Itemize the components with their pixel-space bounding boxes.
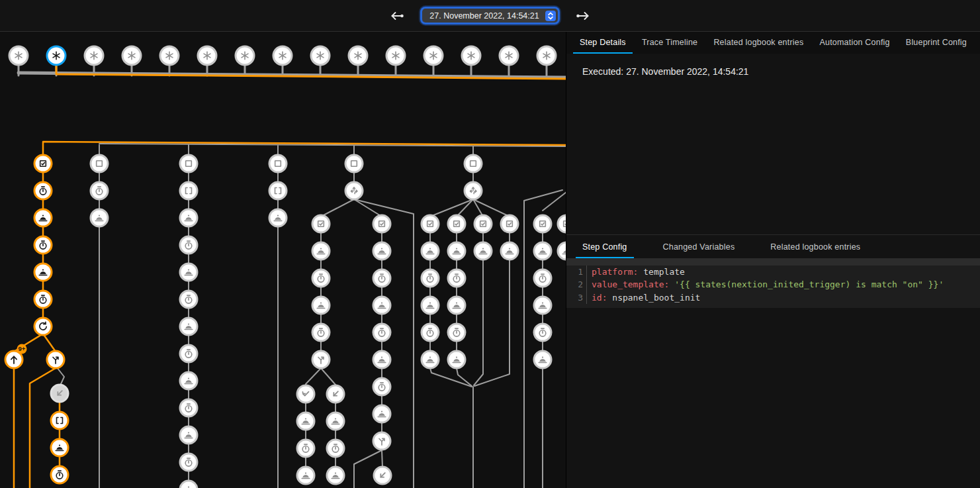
trace-graph-node-timer[interactable] — [373, 269, 390, 287]
trace-graph-node-brackets[interactable] — [180, 182, 197, 199]
trace-graph-node-timer[interactable] — [373, 324, 390, 341]
trace-graph-node-asterisk[interactable] — [9, 46, 28, 65]
trace-graph-node-service[interactable] — [534, 242, 551, 260]
trace-graph-node-arrow-decision[interactable] — [373, 432, 390, 450]
trace-graph-node-timer[interactable] — [34, 291, 52, 308]
trace-graph-node-service[interactable] — [34, 209, 52, 226]
trace-graph-node-checkbox-blank[interactable] — [465, 155, 482, 172]
trace-graph-node-timer[interactable] — [180, 236, 197, 254]
trace-graph-node-arrow-bottom-left[interactable] — [374, 467, 391, 484]
trace-graph-node-timer[interactable] — [448, 324, 465, 341]
trace-graph-node-service[interactable] — [297, 413, 314, 430]
trace-graph-node-timer[interactable] — [180, 454, 197, 471]
trace-graph-node-timer[interactable] — [373, 378, 390, 395]
trace-graph-node-checkbox-blank[interactable] — [345, 155, 363, 172]
trace-graph-node-service[interactable] — [474, 242, 492, 260]
trace-graph-node-asterisk[interactable] — [122, 46, 141, 65]
trace-graph-node-arrow-bottom-left[interactable] — [327, 385, 344, 403]
trace-graph-node-checkbox-marked[interactable] — [501, 215, 518, 232]
tab-related-logbook-entries[interactable]: Related logbook entries — [707, 32, 810, 54]
trace-graph-node-service[interactable] — [373, 242, 390, 260]
trace-graph-node-brackets[interactable] — [51, 412, 68, 429]
trace-graph-node-service[interactable] — [448, 351, 465, 368]
tab-automation-config[interactable]: Automation Config — [813, 32, 896, 54]
trace-graph-node-asterisk[interactable] — [424, 46, 443, 65]
trace-graph-node-checkbox-marked[interactable] — [474, 215, 492, 232]
trace-graph-node-checkbox-marked[interactable] — [312, 215, 330, 232]
trace-graph-node-timer[interactable] — [34, 182, 52, 199]
trace-graph-node-service[interactable] — [327, 467, 344, 484]
trace-graph-node-service[interactable] — [501, 242, 518, 260]
trace-graph-node-asterisk[interactable] — [537, 46, 556, 65]
trace-graph-node-choose[interactable] — [465, 182, 482, 199]
trace-graph-node-service[interactable] — [534, 297, 551, 314]
tab-blueprint-config[interactable]: Blueprint Config — [899, 32, 973, 54]
trace-graph-node-service[interactable] — [373, 351, 390, 368]
trace-graph-node-timer[interactable] — [312, 269, 330, 287]
trace-graph-node-asterisk[interactable] — [198, 46, 216, 65]
trace-graph-node-arrow-bottom-left[interactable] — [51, 385, 68, 402]
trace-graph-node-timer[interactable] — [297, 440, 314, 457]
trace-graph-node-timer[interactable] — [51, 466, 68, 483]
trace-graph-node-asterisk[interactable] — [462, 46, 480, 65]
trace-graph-node-service[interactable] — [373, 297, 390, 314]
trace-graph-node-service[interactable] — [269, 209, 287, 226]
trace-graph-node-timer[interactable] — [534, 269, 551, 287]
tab-step-config[interactable]: Step Config — [576, 236, 634, 258]
trace-graph-node-checkbox-marked[interactable] — [534, 215, 551, 232]
trace-graph-node-service[interactable] — [558, 242, 566, 260]
trace-graph-node-timer[interactable] — [180, 291, 197, 308]
trace-graph-node-checkbox-blank[interactable] — [91, 155, 108, 172]
trace-graph-node-checkbox-blank[interactable] — [180, 155, 197, 172]
tab-step-details[interactable]: Step Details — [573, 32, 633, 54]
trace-graph-node-arrow-decision[interactable] — [47, 351, 64, 368]
tab-trace-timeline[interactable]: Trace Timeline — [635, 32, 704, 54]
trace-graph-node-timer[interactable] — [534, 324, 551, 341]
trace-graph-node-timer[interactable] — [327, 440, 344, 457]
tab-changed-variables[interactable]: Changed Variables — [656, 236, 742, 258]
trace-graph-node-timer[interactable] — [34, 236, 52, 254]
previous-run-button[interactable] — [385, 8, 409, 24]
trace-graph-node-service[interactable] — [180, 318, 197, 335]
trace-graph-node-service[interactable] — [180, 481, 197, 488]
trace-graph-node-service[interactable] — [180, 426, 197, 444]
trace-graph-node-service[interactable] — [422, 297, 439, 314]
trace-graph-node-checkbox-marked[interactable] — [558, 215, 566, 232]
trace-graph-node-service[interactable] — [91, 209, 108, 226]
next-run-button[interactable] — [571, 8, 595, 24]
trace-graph-node-service[interactable] — [312, 242, 330, 260]
trace-graph-node-asterisk[interactable] — [85, 46, 103, 65]
trace-graph-node-arrow-decision[interactable] — [312, 351, 330, 368]
tab-related-logbook-entries[interactable]: Related logbook entries — [764, 236, 867, 258]
trace-graph-node-timer[interactable] — [312, 324, 330, 341]
trace-graph-node-asterisk[interactable] — [236, 46, 254, 65]
trace-graph-node-service[interactable] — [312, 297, 330, 314]
trace-graph-node-service[interactable] — [180, 372, 197, 389]
yaml-code-editor[interactable]: 1platform: template2value_template: '{{ … — [566, 258, 980, 308]
trace-graph-node-timer[interactable] — [448, 269, 465, 287]
trace-graph-node-asterisk[interactable] — [386, 46, 405, 65]
trace-graph-node-asterisk[interactable] — [349, 46, 367, 65]
trace-graph-node-checkbox-blank[interactable] — [269, 155, 287, 172]
trace-graph-node-timer[interactable] — [422, 269, 439, 287]
trace-graph-node-brackets[interactable] — [269, 182, 287, 199]
trace-graph-node-checkbox-marked[interactable] — [448, 215, 465, 232]
trace-graph-node-service[interactable] — [327, 413, 344, 430]
trace-graph-node-asterisk[interactable] — [500, 46, 518, 65]
trace-graph-node-service[interactable] — [448, 297, 465, 314]
trace-graph-node-service[interactable] — [422, 242, 439, 260]
trace-graph-node-checkbox-marked[interactable] — [422, 215, 439, 232]
run-datetime-select[interactable]: 27. November 2022, 14:54:21 — [422, 9, 557, 23]
trace-graph-node-checkbox-marked[interactable] — [373, 215, 390, 232]
trace-graph-node-asterisk[interactable] — [273, 46, 292, 65]
trace-graph-node-timer[interactable] — [180, 399, 197, 416]
trace-graph-node-service[interactable] — [180, 264, 197, 281]
trace-graph-node-choose[interactable] — [345, 182, 363, 199]
trace-graph-node-service[interactable] — [534, 351, 551, 368]
trace-graph-node-asterisk[interactable] — [311, 46, 330, 65]
trace-graph-node-service[interactable] — [373, 405, 390, 422]
trace-graph-node-asterisk[interactable] — [47, 46, 66, 65]
trace-graph-node-service[interactable] — [297, 467, 314, 484]
trace-graph-node-repeat[interactable] — [34, 318, 52, 335]
trace-graph-node-timer[interactable] — [91, 182, 108, 199]
